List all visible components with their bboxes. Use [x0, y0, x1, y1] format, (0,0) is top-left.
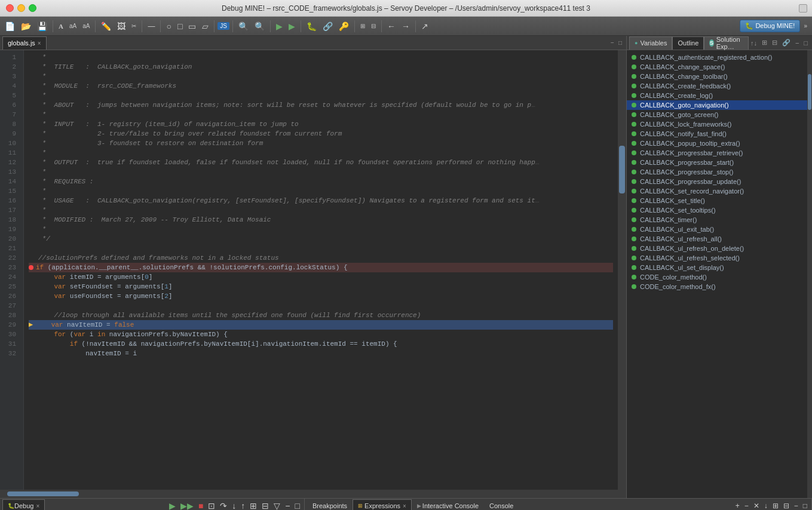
debug-stop-btn[interactable]: ■: [197, 500, 205, 511]
debug-tab[interactable]: 🐛 Debug ×: [2, 499, 45, 511]
outline-item[interactable]: CALLBACK_set_tooltips(): [627, 205, 807, 215]
toolbar-circle-btn[interactable]: ○: [164, 20, 173, 32]
outline-item[interactable]: CALLBACK_ul_exit_tab(): [627, 225, 807, 234]
debug-step-over-btn[interactable]: ↷: [218, 500, 229, 511]
toolbar-export-btn[interactable]: ↗: [419, 20, 431, 32]
toolbar-zoom-btn[interactable]: 🔍: [252, 20, 267, 32]
outline-item[interactable]: CODE_color_method(): [627, 272, 807, 282]
debug-disconnect-btn[interactable]: ⊡: [206, 500, 217, 511]
tab-console[interactable]: Console: [484, 499, 519, 511]
tab-breakpoints[interactable]: Breakpoints: [307, 499, 353, 511]
debug-resume2-btn[interactable]: ▶▶: [179, 500, 195, 511]
toolbar-fwd-btn[interactable]: →: [399, 20, 412, 32]
tab-close-btn[interactable]: ×: [38, 40, 41, 47]
toolbar-bug-btn[interactable]: 🐛: [304, 20, 319, 32]
tab-maximize-btn[interactable]: □: [617, 39, 624, 47]
toolbar-square-btn[interactable]: □: [175, 20, 185, 32]
tab-expressions[interactable]: ⊞ Expressions ×: [353, 499, 412, 511]
toolbar-open-btn[interactable]: 📂: [19, 20, 33, 32]
outline-item[interactable]: CALLBACK_popup_tooltip_extra(): [627, 139, 807, 148]
debug-maximize-btn[interactable]: □: [293, 500, 302, 511]
window-minimize-icon[interactable]: [799, 4, 807, 13]
outline-item[interactable]: CALLBACK_timer(): [627, 215, 807, 225]
right-panel-minimize[interactable]: −: [793, 38, 801, 47]
toolbar-rect-btn[interactable]: ▭: [186, 20, 198, 32]
right-panel-collapse-btn[interactable]: ⊟: [770, 38, 779, 47]
exp-add-btn[interactable]: +: [734, 501, 741, 511]
minimize-button[interactable]: [17, 4, 25, 12]
toolbar-img-btn[interactable]: 🖼: [115, 20, 128, 32]
toolbar-new-btn[interactable]: 📄: [2, 20, 17, 32]
right-panel-sort-btn[interactable]: ↑↓: [749, 38, 759, 47]
right-panel-link-btn[interactable]: 🔗: [780, 38, 792, 47]
outline-item[interactable]: CALLBACK_set_title(): [627, 196, 807, 205]
code-content[interactable]: * * TITLE : CALLBACK_goto_navigation * *…: [24, 50, 618, 490]
outline-item[interactable]: CALLBACK_ul_set_display(): [627, 263, 807, 272]
outline-item[interactable]: CALLBACK_progressbar_update(): [627, 177, 807, 186]
outline-item[interactable]: CALLBACK_ul_refresh_on_delete(): [627, 244, 807, 253]
editor-tab-globals[interactable]: globals.js ×: [2, 36, 47, 50]
debug-mine-button[interactable]: 🐛 Debug MINE!: [740, 20, 800, 32]
outline-item[interactable]: CALLBACK_notify_fast_find(): [627, 129, 807, 139]
toolbar-btn-2[interactable]: aA: [67, 21, 79, 30]
debug-minimize-btn[interactable]: −: [283, 500, 292, 511]
toolbar-cut-btn[interactable]: ✂: [129, 21, 139, 30]
exp-tab-close[interactable]: ×: [403, 503, 406, 509]
debug-filter-btn[interactable]: ▽: [272, 500, 282, 511]
toolbar-back-btn[interactable]: ←: [385, 20, 398, 32]
outline-item[interactable]: CALLBACK_change_space(): [627, 62, 807, 72]
toolbar-text-btn[interactable]: A: [56, 21, 66, 31]
right-panel-filter-btn[interactable]: ⊞: [760, 38, 769, 47]
exp-view-btn[interactable]: ⊞: [771, 501, 780, 511]
debug-tab-close[interactable]: ×: [36, 503, 39, 509]
toolbar-key-btn[interactable]: 🔑: [336, 20, 351, 32]
debug-step-return-btn[interactable]: ↑: [239, 500, 247, 511]
editor-vertical-scrollbar[interactable]: [618, 50, 626, 490]
outline-item[interactable]: CALLBACK_progressbar_retrieve(): [627, 148, 807, 158]
outline-item[interactable]: CALLBACK_change_toolbar(): [627, 72, 807, 81]
tab-solution-explorer[interactable]: S Solution Exp…: [704, 36, 749, 50]
outline-item[interactable]: CALLBACK_ul_refresh_selected(): [627, 253, 807, 263]
close-button[interactable]: [6, 4, 14, 12]
code-horizontal-scrollbar[interactable]: [0, 490, 626, 498]
right-panel-maximize[interactable]: □: [802, 38, 810, 47]
exp-step-btn[interactable]: ↓: [762, 501, 770, 511]
toolbar-debug-run-btn[interactable]: ▶: [286, 20, 298, 32]
toolbar-overflow-btn[interactable]: »: [801, 21, 810, 30]
toolbar-bug2-btn[interactable]: 🔗: [320, 20, 335, 32]
outline-item[interactable]: CALLBACK_goto_navigation(): [627, 100, 807, 110]
tab-variables[interactable]: ● Variables: [629, 36, 672, 50]
toolbar-pencil-btn[interactable]: ✏️: [99, 20, 114, 32]
debug-step-into-btn[interactable]: ↓: [230, 500, 238, 511]
toolbar-save-btn[interactable]: 💾: [35, 20, 50, 32]
outline-item[interactable]: CALLBACK_create_log(): [627, 91, 807, 100]
exp-minimize-btn[interactable]: −: [792, 501, 800, 511]
exp-collapse-btn[interactable]: ⊟: [782, 501, 791, 511]
debug-resume-btn[interactable]: ▶: [167, 500, 177, 511]
outline-item[interactable]: CALLBACK_create_feedback(): [627, 81, 807, 91]
outline-item[interactable]: CODE_color_method_fx(): [627, 282, 807, 291]
toolbar-line-btn[interactable]: —: [145, 21, 157, 32]
tab-minimize-btn[interactable]: −: [609, 39, 616, 47]
toolbar-nav-btn[interactable]: ⊞: [358, 21, 367, 30]
outline-vertical-scrollbar[interactable]: [807, 50, 812, 498]
h-scroll-thumb[interactable]: [7, 491, 79, 496]
outline-item[interactable]: CALLBACK_authenticate_registered_action(…: [627, 53, 807, 62]
debug-drop-frame-btn[interactable]: ⊞: [248, 500, 259, 511]
toolbar-nav2-btn[interactable]: ⊟: [369, 21, 378, 30]
debug-use-step-btn[interactable]: ⊟: [260, 500, 271, 511]
scrollbar-thumb[interactable]: [619, 146, 625, 193]
maximize-button[interactable]: [29, 4, 36, 12]
tab-interactive-console[interactable]: ▶ Interactive Console: [412, 499, 484, 511]
exp-remove-all-btn[interactable]: ✕: [752, 501, 761, 511]
toolbar-other-btn[interactable]: ▱: [200, 20, 211, 32]
outline-item[interactable]: CALLBACK_progressbar_stop(): [627, 167, 807, 177]
exp-remove-btn[interactable]: −: [743, 501, 750, 511]
toolbar-run-btn[interactable]: ▶: [274, 20, 285, 32]
tab-outline[interactable]: Outline: [672, 36, 704, 50]
outline-item[interactable]: CALLBACK_set_record_navigator(): [627, 186, 807, 196]
outline-scrollbar-thumb[interactable]: [808, 74, 811, 110]
outline-item[interactable]: CALLBACK_goto_screen(): [627, 110, 807, 119]
outline-item[interactable]: CALLBACK_ul_refresh_all(): [627, 234, 807, 244]
exp-maximize-btn[interactable]: □: [801, 501, 809, 511]
